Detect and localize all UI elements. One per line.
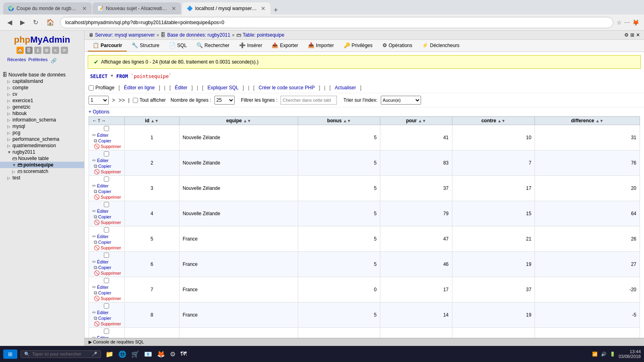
edit-action[interactable]: ✏ Éditer <box>92 208 121 214</box>
edit-action[interactable]: ✏ Éditer <box>92 132 121 138</box>
tree-item-capitalismland[interactable]: ▷ capitalismland <box>0 78 84 84</box>
breadcrumb-database[interactable]: Base de données: rugby2011 <box>167 32 230 38</box>
next-page-arrow[interactable]: > <box>112 97 115 103</box>
bookmark-icon[interactable]: ☆ <box>617 19 622 26</box>
taskbar-edge-icon[interactable]: 🌐 <box>117 349 128 359</box>
delete-action[interactable]: 🚫 Supprimer <box>94 220 121 225</box>
th-difference[interactable]: difference ▲▼ <box>535 117 640 125</box>
rows-per-page-select[interactable]: 25 50 100 <box>215 96 235 105</box>
taskbar-file-icon[interactable]: 📁 <box>104 349 115 359</box>
tab-inserer[interactable]: ➕ Insérer <box>234 40 267 51</box>
show-all-checkbox[interactable] <box>133 98 138 103</box>
sidebar-link-icon[interactable]: 🔗 <box>50 57 58 64</box>
tree-item-hibouk[interactable]: ▷ hibouk <box>0 110 84 117</box>
delete-action[interactable]: 🚫 Supprimer <box>94 194 121 200</box>
actualiser-link[interactable]: Actualiser <box>335 85 356 90</box>
tab-parcourir[interactable]: 📋 Parcourir <box>88 40 127 51</box>
row-checkbox[interactable] <box>104 278 109 283</box>
tree-item-exercice1[interactable]: ▷ exercice1 <box>0 97 84 104</box>
tree-item-genetzic[interactable]: ▷ genetzic <box>0 104 84 110</box>
tab-1-close[interactable]: ✕ <box>82 5 87 12</box>
tree-item-test[interactable]: ▷ test <box>0 175 84 181</box>
tree-item-performance-schema[interactable]: ▷ performance_schema <box>0 136 84 142</box>
edit-action[interactable]: ✏ Éditer <box>92 284 121 290</box>
editer-link[interactable]: Éditer <box>175 85 187 90</box>
taskbar-battery-icon[interactable]: 🔋 <box>610 352 615 357</box>
edit-action[interactable]: ✏ Éditer <box>92 234 121 239</box>
address-input[interactable] <box>60 17 613 28</box>
edit-action[interactable]: ✏ Éditer <box>92 259 121 265</box>
taskbar-store-icon[interactable]: 🛒 <box>130 349 140 359</box>
browser-tab-3[interactable]: 🔷 localhost / mysql wampserver ✕ <box>182 2 270 14</box>
tree-item-rugby2011[interactable]: ▼ rugby2011 <box>0 149 84 155</box>
th-equipe[interactable]: equipe ▲▼ <box>179 117 298 125</box>
replication-sidebar-icon[interactable]: ⟳ <box>61 47 68 54</box>
tab-importer[interactable]: 📥 Importer <box>303 40 339 51</box>
breadcrumb-table[interactable]: Table: pointsequipe <box>243 32 284 38</box>
delete-action[interactable]: 🚫 Supprimer <box>94 270 121 276</box>
copy-action[interactable]: ⧉ Copier <box>94 163 121 169</box>
extensions-icon[interactable]: ⋯ <box>624 19 630 26</box>
filter-input[interactable] <box>281 96 337 105</box>
start-button[interactable]: ⊞ <box>3 350 17 359</box>
settings-gear-icon[interactable]: ⚙ <box>624 32 629 38</box>
tab-operations[interactable]: ⚙ Opérations <box>378 40 417 51</box>
refresh-button[interactable]: ↻ <box>31 18 41 27</box>
tab-2-close[interactable]: ✕ <box>171 5 176 12</box>
expliquer-sql-link[interactable]: Expliquer SQL <box>207 85 238 90</box>
tree-item-information-schema[interactable]: ▷ information_schema <box>0 117 84 123</box>
tab-exporter[interactable]: 📤 Exporter <box>267 40 303 51</box>
copy-action[interactable]: ⧉ Copier <box>94 265 121 270</box>
tree-item-nouvelle-table[interactable]: 🗃 Nouvelle table <box>0 155 84 162</box>
row-checkbox[interactable] <box>104 151 109 156</box>
new-tab-button[interactable]: + <box>271 6 281 14</box>
browser-tab-2[interactable]: 📝 Nouveau sujet - Alsacreations ✕ <box>93 2 181 14</box>
tree-item-scorematch[interactable]: ▷ 🗃 scorematch <box>0 168 84 175</box>
back-button[interactable]: ◀ <box>5 18 14 27</box>
th-id[interactable]: id ▲▼ <box>124 117 179 125</box>
delete-action[interactable]: 🚫 Supprimer <box>94 321 121 327</box>
taskbar-gear-icon[interactable]: ⚙ <box>169 349 177 359</box>
options-link[interactable]: + Options <box>89 109 109 115</box>
home-button[interactable]: 🏠 <box>44 18 57 27</box>
taskbar-mail-icon[interactable]: 📧 <box>143 349 153 359</box>
taskbar-network-icon[interactable]: 📶 <box>592 352 598 357</box>
edit-action[interactable]: ✏ Éditer <box>92 158 121 163</box>
settings-close-icon[interactable]: ✕ <box>636 32 640 38</box>
delete-action[interactable]: 🚫 Supprimer <box>94 245 121 251</box>
delete-action[interactable]: 🚫 Supprimer <box>94 169 121 175</box>
taskbar-search-input[interactable] <box>32 352 89 356</box>
copy-action[interactable]: ⧉ Copier <box>94 189 121 194</box>
page-select[interactable]: 1 <box>89 96 109 105</box>
vars-sidebar-icon[interactable]: ⚙ <box>43 47 50 54</box>
tree-item-quatriemedimension[interactable]: ▷ quatriemedimension <box>0 142 84 149</box>
tab-3-close[interactable]: ✕ <box>261 5 266 12</box>
copy-action[interactable]: ⧉ Copier <box>94 315 121 321</box>
tree-item-pcg[interactable]: ▷ pcg <box>0 130 84 136</box>
edit-action[interactable]: ✏ Éditer <box>92 310 121 315</box>
row-checkbox[interactable] <box>104 227 109 232</box>
recentes-link[interactable]: Récentes <box>7 57 26 64</box>
delete-action[interactable]: 🚫 Supprimer <box>94 144 121 149</box>
tab-declencheurs[interactable]: ⚡ Déclencheurs <box>417 40 464 51</box>
microphone-icon[interactable]: 🎤 <box>92 352 97 357</box>
console-bar[interactable]: ▶ Console de requêtes SQL <box>85 338 644 346</box>
processes-sidebar-icon[interactable]: ≡ <box>52 47 59 54</box>
forward-button[interactable]: ▶ <box>18 18 27 27</box>
copy-action[interactable]: ⧉ Copier <box>94 138 121 144</box>
browser-tab-1[interactable]: 🌍 Coupe du monde de rugby 2011 ✕ <box>3 2 92 14</box>
home-sidebar-icon[interactable]: 🏠 <box>17 47 24 54</box>
th-pour[interactable]: pour ▲▼ <box>380 117 452 125</box>
editer-en-ligne-link[interactable]: Éditer en ligne <box>124 85 155 90</box>
settings-expand-icon[interactable]: ⊞ <box>630 32 634 38</box>
taskbar-firefox-icon[interactable]: 🦊 <box>156 349 166 359</box>
tree-item-mysql[interactable]: ▷ mysql <box>0 123 84 130</box>
row-checkbox[interactable] <box>104 126 109 131</box>
tab-sql[interactable]: 📄 SQL <box>164 40 192 51</box>
tab-rechercher[interactable]: 🔍 Rechercher <box>192 40 234 51</box>
tree-item-cv[interactable]: ▷ cv <box>0 91 84 97</box>
th-arrow-right[interactable]: → <box>101 118 106 123</box>
firefox-icon[interactable]: 🦊 <box>632 19 639 26</box>
row-checkbox[interactable] <box>104 177 109 182</box>
tab-structure[interactable]: 🔧 Structure <box>127 40 164 51</box>
